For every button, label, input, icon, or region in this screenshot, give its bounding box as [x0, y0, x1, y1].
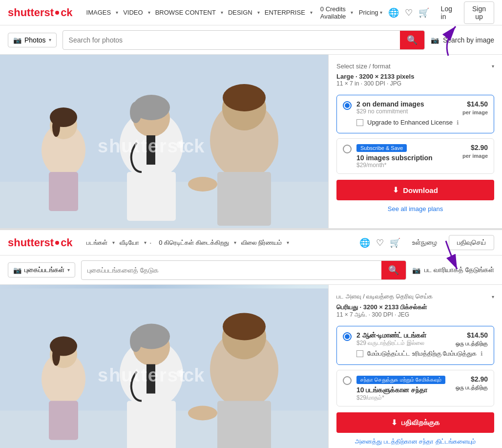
second-nav-images[interactable]: படங்கள்	[83, 236, 111, 250]
credits-button[interactable]: 0 Credits Available ▾	[320, 5, 353, 20]
svg-rect-9	[127, 172, 176, 221]
search-bar: 📷 Photos ▾ 🔍 📷 Search by image	[0, 25, 502, 55]
second-search-bar-container: 📷 புகைப்படங்கள் ▾ 🔍 📷 பட வாரியாகத் தேடுங…	[0, 256, 502, 285]
pricing-link[interactable]: Pricing ▾	[359, 9, 382, 16]
second-search-input[interactable]	[82, 262, 381, 278]
image-section-1: shutterst ck	[0, 55, 328, 228]
nav-video[interactable]: VIDEO	[119, 6, 146, 19]
second-download-icon: ⬇	[391, 418, 397, 427]
subscribe-badge: Subscribe & Save	[356, 144, 407, 152]
second-enhance-row: மேம்படுத்தப்பட்ட உரிமத்திற்கு மேம்படுத்த…	[356, 350, 488, 358]
second-nav-credits[interactable]: 0 கிரெடிட்கள் கிடைக்கிறது	[155, 236, 232, 250]
radio-subscribe[interactable]	[343, 145, 352, 153]
second-radio-subscribe[interactable]	[343, 376, 352, 385]
size-select-row: Select size / format ▾	[336, 63, 494, 70]
globe-icon[interactable]: 🌐	[388, 7, 399, 18]
main-content-2: shutterst ck பட அளவு / வடிவத்தை தெரிவு ச…	[0, 285, 502, 448]
second-info-icon: ℹ	[481, 350, 483, 357]
search-input[interactable]	[63, 32, 400, 48]
svg-point-39	[223, 313, 266, 341]
size-sub: 11 × 7 in · 300 DPI · JPG	[336, 80, 494, 87]
second-navbar: shutterstck படங்கள் ▾ வீடியோ ▾ · 0 கிரெட…	[0, 230, 502, 256]
radio-on-demand[interactable]	[343, 101, 352, 110]
option1-label: 2 on demand images	[356, 100, 424, 108]
second-enhance-label: மேம்படுத்தப்பட்ட உரிமத்திற்கு மேம்படுத்த…	[367, 350, 477, 358]
option1-price: $14.50 per image	[462, 100, 488, 116]
sidebar-panel-1: Select size / format ▾ Large · 3200 × 21…	[328, 55, 502, 228]
second-download-button[interactable]: ⬇ பதிவிறக்குக	[336, 412, 494, 433]
second-nav-links: படங்கள் ▾ வீடியோ ▾ · 0 கிரெடிட்கள் கிடைக…	[83, 236, 290, 250]
purple-arrow-2	[434, 236, 463, 275]
second-option2-price: $2.90 ஒரு படத்திற்கு	[456, 375, 488, 391]
download-button[interactable]: ⬇ Download	[336, 180, 494, 200]
second-size-chevron-icon[interactable]: ▾	[492, 294, 494, 299]
second-camera-upload-icon: 📷	[412, 266, 420, 274]
size-chevron-icon[interactable]: ▾	[492, 64, 494, 69]
second-option-subscribe[interactable]: சந்தா செதுத்துக மற்றும் சேமிக்கவும் 10 ப…	[336, 370, 494, 406]
second-search-bar: 📷 புகைப்படங்கள் ▾ 🔍 📷 பட வாரியாகத் தேடுங…	[0, 256, 502, 285]
sidebar-panel-2: பட அளவு / வடிவத்தை தெரிவு செய்க ▾ பெரியத…	[328, 285, 502, 448]
svg-rect-37	[217, 401, 271, 448]
purple-arrow-1	[434, 21, 463, 61]
nav-links: IMAGES ▾ VIDEO ▾ BROWSE CONTENT ▾ DESIGN…	[83, 6, 313, 19]
second-size-detail: பெரியது · 3200 × 2133 பிக்சல்கள்	[336, 303, 494, 311]
svg-rect-26	[49, 401, 78, 440]
nav-design[interactable]: DESIGN	[224, 6, 256, 19]
option2-sub: $29/month*	[356, 162, 433, 169]
second-cart-icon[interactable]: 🛒	[390, 237, 400, 248]
main-image-1: shutterst ck	[0, 55, 328, 228]
option-on-demand[interactable]: 2 on demand images $29 no commitment $14…	[336, 95, 494, 133]
svg-point-29	[52, 346, 60, 366]
logo[interactable]: shutterstck	[8, 6, 73, 19]
second-option1-sub: $29 வருடாத்திரட்டம் இல்லை	[356, 340, 426, 346]
svg-point-42	[176, 370, 183, 377]
second-photos-dropdown[interactable]: 📷 புகைப்படங்கள் ▾	[8, 262, 75, 277]
second-size-format-label: பட அளவு / வடிவத்தை தெரிவு செய்க	[336, 293, 433, 300]
second-globe-icon[interactable]: 🌐	[359, 237, 370, 248]
enhance-label: Upgrade to Enhanced License	[367, 119, 453, 126]
svg-point-34	[130, 331, 142, 352]
svg-point-12	[130, 102, 142, 123]
second-option1-label: 2 ஆன்-டிமாண்ட் படங்கள்	[356, 331, 426, 340]
second-see-plans-link[interactable]: அனைத்து படத்திற்கான சந்தா திட்டங்களையும்	[336, 438, 494, 446]
option2-label: 10 images subscription	[356, 154, 433, 162]
svg-point-18	[188, 177, 217, 192]
image-section-2: shutterst ck	[0, 285, 328, 448]
second-enhance-checkbox[interactable]	[356, 350, 363, 357]
svg-point-7	[52, 117, 60, 137]
second-nav-video[interactable]: வீடியோ	[116, 236, 143, 250]
second-logo[interactable]: shutterstck	[8, 236, 73, 249]
size-detail: Large · 3200 × 2133 pixels	[336, 73, 494, 80]
search-button[interactable]: 🔍	[400, 31, 424, 49]
size-format-label: Select size / format	[336, 63, 391, 70]
login-button[interactable]: Log in	[435, 2, 458, 23]
favorites-icon[interactable]: ♡	[405, 7, 413, 18]
svg-text:ck: ck	[184, 136, 205, 156]
option-subscribe[interactable]: Subscribe & Save 10 images subscription …	[336, 138, 494, 174]
nav-enterprise[interactable]: ENTERPRISE	[261, 6, 309, 19]
signup-button[interactable]: Sign up	[464, 1, 494, 24]
second-favorites-icon[interactable]: ♡	[376, 237, 384, 248]
second-logo-dot	[55, 241, 59, 245]
option1-sub: $29 no commitment	[356, 108, 424, 115]
main-image-2: shutterst ck	[0, 285, 328, 448]
top-navbar: shutterstck IMAGES ▾ VIDEO ▾ BROWSE CONT…	[0, 0, 502, 25]
enhance-checkbox[interactable]	[356, 119, 363, 126]
nav-images[interactable]: IMAGES	[83, 6, 115, 19]
doctor-scene-svg-2: shutterst ck	[0, 285, 328, 448]
cart-icon[interactable]: 🛒	[418, 7, 429, 18]
second-search-button[interactable]: 🔍	[381, 261, 406, 279]
second-option-on-demand[interactable]: 2 ஆன்-டிமாண்ட் படங்கள் $29 வருடாத்திரட்ட…	[336, 326, 494, 365]
second-camera-icon: 📷	[13, 266, 21, 274]
svg-point-20	[176, 141, 183, 148]
second-radio-on-demand[interactable]	[343, 332, 352, 341]
photos-dropdown[interactable]: 📷 Photos ▾	[8, 33, 57, 47]
second-nav-pricing[interactable]: விலை நிர்ணயம்	[237, 236, 286, 250]
main-content-1: shutterst ck Select size / format ▾ Larg…	[0, 55, 502, 228]
nav-browse[interactable]: BROWSE CONTENT	[151, 6, 220, 19]
see-plans-link[interactable]: See all image plans	[336, 205, 494, 213]
svg-text:ck: ck	[184, 365, 205, 385]
second-size-sub: 11 × 7 ஆங். · 300 DPI · JEG	[336, 311, 494, 318]
svg-text:shutterst: shutterst	[98, 365, 186, 385]
logo-dot	[55, 11, 59, 15]
